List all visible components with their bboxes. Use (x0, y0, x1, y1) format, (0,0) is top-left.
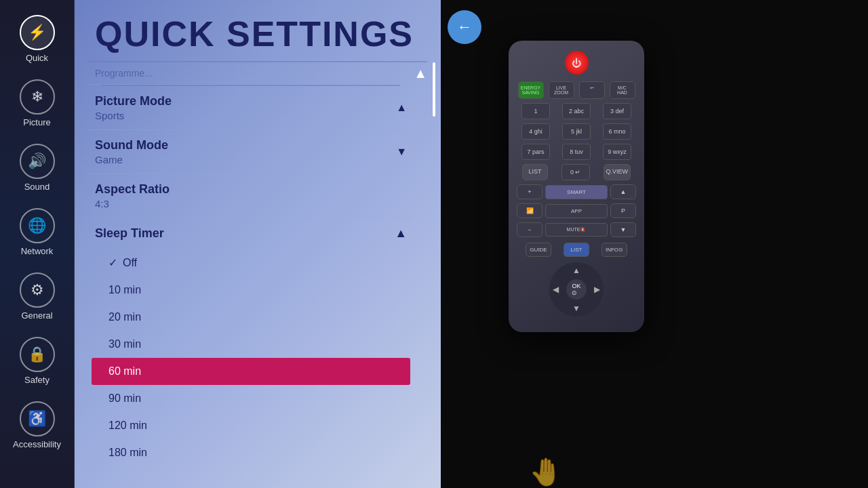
power-button[interactable]: ⏻ (565, 51, 589, 75)
safety-icon: 🔒 (20, 337, 55, 372)
smart-button[interactable]: SMART (545, 185, 608, 199)
remote-function-row: ENERGYSAVING LIVEZOOM ↩ M/CHAD (517, 81, 636, 99)
num-row-4: LIST 0 ↵ Q.VIEW (517, 164, 636, 180)
sleep-option-120min[interactable]: 120 min (88, 412, 414, 439)
sleep-option-20min[interactable]: 20 min (88, 304, 414, 331)
num4-button[interactable]: 4 ghi (521, 123, 550, 140)
smart-row: + SMART ▲ (517, 184, 636, 199)
sleep-timer-label: Sleep Timer (95, 226, 164, 241)
remote-top-area: ⏻ (517, 51, 636, 75)
picture-mode-label: Picture Mode (95, 94, 172, 108)
back-icon: ← (457, 18, 472, 36)
nav-down-icon[interactable]: ▼ (572, 304, 580, 313)
sound-mode-label: Sound Mode (95, 138, 168, 152)
num2-button[interactable]: 2 abc (562, 103, 591, 119)
aspect-ratio-label: Aspect Ratio (95, 182, 407, 197)
sidebar-label-general: General (21, 310, 52, 321)
remote-body: ⏻ ENERGYSAVING LIVEZOOM ↩ M/CHAD 1 2 abc… (509, 41, 644, 332)
settings-list: Programme... Picture Mode Sports ▲ Sound… (75, 62, 441, 466)
sidebar: ⚡ Quick ❄ Picture 🔊 Sound 🌐 Network ⚙ Ge… (0, 0, 75, 488)
sidebar-item-sound[interactable]: 🔊 Sound (0, 136, 74, 200)
power-icon: ⏻ (572, 58, 581, 68)
general-icon: ⚙ (20, 272, 55, 308)
live-zoom-button[interactable]: LIVEZOOM (549, 81, 574, 99)
num8-button[interactable]: 8 tuv (562, 144, 591, 160)
sidebar-label-quick: Quick (26, 53, 48, 63)
settings-content: ▲ Programme... Picture Mode Sports ▲ (75, 62, 441, 488)
sleep-option-off[interactable]: Off (88, 249, 414, 277)
ok-button[interactable]: OK⊙ (566, 279, 587, 300)
sleep-option-180min[interactable]: 180 min (88, 439, 414, 466)
sidebar-label-accessibility: Accessibility (13, 439, 61, 449)
settings-panel: QUICK SETTINGS ▲ Programme... Picture Mo… (75, 0, 441, 488)
vol-up-button[interactable]: + (517, 184, 542, 199)
picture-mode-value: Sports (95, 110, 172, 121)
remote-area: ⏻ ENERGYSAVING LIVEZOOM ↩ M/CHAD 1 2 abc… (441, 0, 868, 488)
sleep-option-90min[interactable]: 90 min (88, 385, 414, 412)
network-icon: 🌐 (20, 208, 55, 243)
nav-circle: ▲ ▼ ◀ ▶ OK⊙ (549, 262, 604, 317)
bottom-vol-row: − MUTE🔇 ▼ (517, 222, 636, 237)
remote-control: ⏻ ENERGYSAVING LIVEZOOM ↩ M/CHAD 1 2 abc… (509, 41, 644, 332)
sound-mode-value: Game (95, 154, 168, 165)
list-button[interactable]: LIST (522, 164, 548, 180)
sleep-timer-row[interactable]: Sleep Timer ▲ (88, 218, 414, 249)
picture-mode-chevron-icon: ▲ (396, 102, 407, 114)
nav-up-icon[interactable]: ▲ (572, 266, 580, 275)
ch-up-button[interactable]: ▲ (610, 184, 636, 199)
num5-button[interactable]: 5 jkl (562, 123, 591, 140)
scrollbar-thumb[interactable] (433, 62, 435, 117)
picture-icon: ❄ (20, 79, 55, 115)
nav-left-icon[interactable]: ◀ (553, 285, 559, 294)
sidebar-item-safety[interactable]: 🔒 Safety (0, 329, 74, 393)
minusc-button[interactable]: M/CHAD (610, 81, 635, 99)
num6-button[interactable]: 6 mno (603, 123, 631, 140)
quick-icon: ⚡ (20, 15, 55, 50)
info-button[interactable]: INFO⊙ (601, 243, 627, 257)
picture-mode-row[interactable]: Picture Mode Sports ▲ (88, 86, 414, 130)
scroll-up-icon[interactable]: ▲ (410, 62, 431, 85)
sidebar-item-picture[interactable]: ❄ Picture (0, 71, 74, 136)
nav-right-icon[interactable]: ▶ (594, 285, 600, 294)
ch-down-button[interactable]: ▼ (610, 222, 636, 237)
replay-button[interactable]: ↩ (579, 81, 605, 99)
num-row-1: 1 2 abc 3 def (517, 103, 636, 119)
num-row-3: 7 pars 8 tuv 9 wxyz (517, 144, 636, 160)
num-row-2: 4 ghi 5 jkl 6 mno (517, 123, 636, 140)
sidebar-item-general[interactable]: ⚙ General (0, 264, 74, 329)
vol-icon-button[interactable]: 📶 (517, 203, 542, 218)
accessibility-icon: ♿ (20, 401, 55, 436)
sidebar-label-safety: Safety (24, 375, 50, 385)
sound-mode-chevron-icon: ▼ (396, 146, 407, 158)
page-title: QUICK SETTINGS (75, 0, 441, 61)
aspect-ratio-row[interactable]: Aspect Ratio 4:3 (88, 174, 414, 218)
aspect-ratio-value: 4:3 (95, 198, 407, 209)
app-button[interactable]: APP (545, 204, 608, 218)
prog-button[interactable]: P (610, 203, 636, 218)
faded-menu-item: Programme... (88, 62, 414, 85)
sidebar-label-network: Network (21, 246, 54, 256)
num3-button[interactable]: 3 def (603, 103, 631, 119)
num1-button[interactable]: 1 (521, 103, 550, 119)
sidebar-item-network[interactable]: 🌐 Network (0, 200, 74, 264)
sound-mode-row[interactable]: Sound Mode Game ▼ (88, 130, 414, 174)
sidebar-label-picture: Picture (23, 117, 50, 127)
num0-button[interactable]: 0 ↵ (561, 164, 590, 180)
ok-label-button[interactable]: LIST (564, 243, 589, 257)
num7-button[interactable]: 7 pars (521, 144, 550, 160)
back-button[interactable]: ← (448, 10, 481, 44)
num9-button[interactable]: 9 wxyz (603, 144, 631, 160)
sleep-option-60min[interactable]: 60 min (92, 358, 410, 385)
mute-button[interactable]: MUTE🔇 (545, 223, 608, 237)
energy-saving-button[interactable]: ENERGYSAVING (518, 81, 544, 99)
sidebar-item-quick[interactable]: ⚡ Quick (0, 7, 74, 71)
sleep-option-30min[interactable]: 30 min (88, 331, 414, 358)
guide-button[interactable]: GUIDE (526, 243, 551, 257)
sleep-option-10min[interactable]: 10 min (88, 277, 414, 304)
qview-button[interactable]: Q.VIEW (604, 164, 631, 180)
mid-row: 📶 APP P (517, 203, 636, 218)
sidebar-item-accessibility[interactable]: ♿ Accessibility (0, 393, 74, 458)
vol-down-button[interactable]: − (517, 222, 542, 237)
sound-icon: 🔊 (20, 144, 55, 179)
hand-hint: 🤚 (529, 456, 563, 488)
